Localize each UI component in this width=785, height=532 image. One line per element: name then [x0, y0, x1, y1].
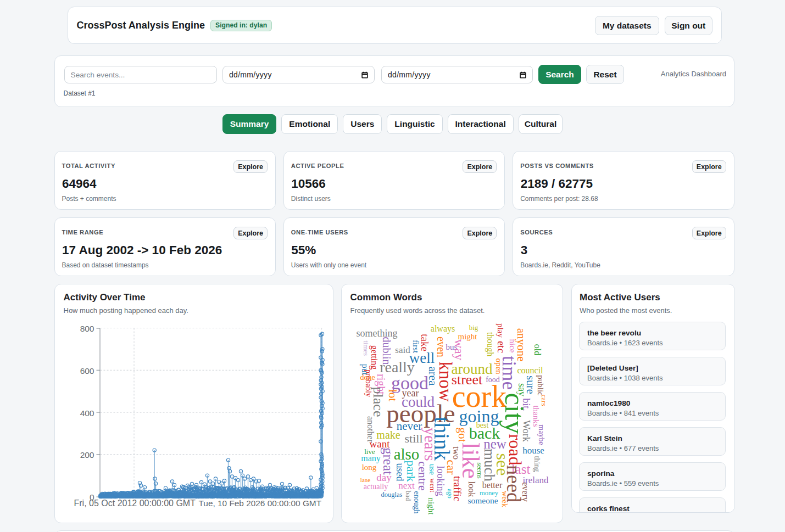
svg-text:Tue, 10 Feb 2026 00:00:00 GMT: Tue, 10 Feb 2026 00:00:00 GMT [198, 498, 321, 507]
svg-text:Fri, 05 Oct 2012 00:00:00 GMT: Fri, 05 Oct 2012 00:00:00 GMT [74, 498, 196, 507]
svg-text:400: 400 [80, 408, 94, 417]
svg-text:600: 600 [80, 366, 94, 376]
svg-text:800: 800 [80, 324, 94, 333]
svg-text:200: 200 [80, 450, 94, 460]
